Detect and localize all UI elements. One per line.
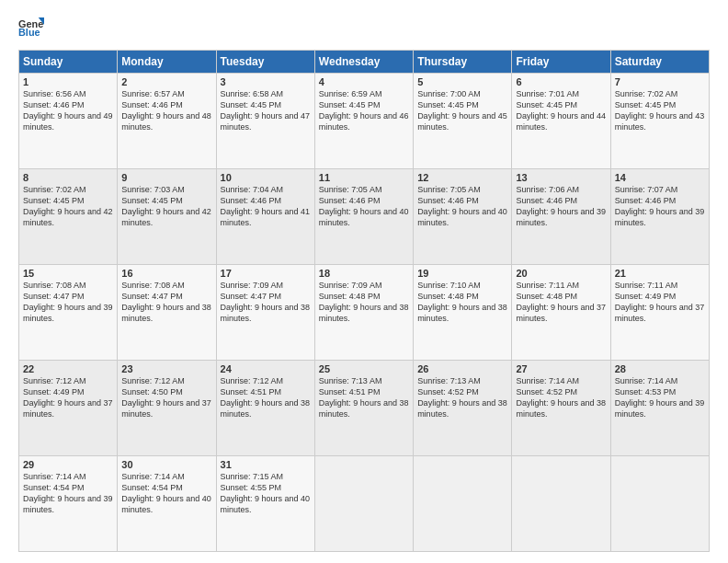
day-info: Sunrise: 7:13 AMSunset: 4:52 PMDaylight:… bbox=[417, 376, 507, 419]
calendar-day-cell: 24Sunrise: 7:12 AMSunset: 4:51 PMDayligh… bbox=[216, 361, 314, 456]
day-info: Sunrise: 7:14 AMSunset: 4:52 PMDaylight:… bbox=[516, 376, 606, 419]
day-number: 10 bbox=[221, 172, 311, 183]
day-info: Sunrise: 7:00 AMSunset: 4:45 PMDaylight:… bbox=[417, 89, 507, 132]
calendar-week-row: 8Sunrise: 7:02 AMSunset: 4:45 PMDaylight… bbox=[19, 169, 710, 265]
day-number: 2 bbox=[121, 76, 211, 87]
calendar-day-cell: 3Sunrise: 6:58 AMSunset: 4:45 PMDaylight… bbox=[216, 74, 314, 169]
day-info: Sunrise: 7:05 AMSunset: 4:46 PMDaylight:… bbox=[319, 185, 409, 227]
day-info: Sunrise: 6:58 AMSunset: 4:45 PMDaylight:… bbox=[221, 89, 311, 132]
day-info: Sunrise: 7:06 AMSunset: 4:46 PMDaylight:… bbox=[516, 185, 606, 227]
day-info: Sunrise: 7:15 AMSunset: 4:55 PMDaylight:… bbox=[221, 472, 311, 514]
calendar-header-tuesday: Tuesday bbox=[216, 51, 314, 74]
calendar-day-cell bbox=[314, 456, 413, 552]
day-info: Sunrise: 7:05 AMSunset: 4:46 PMDaylight:… bbox=[417, 185, 507, 227]
day-info: Sunrise: 7:14 AMSunset: 4:54 PMDaylight:… bbox=[121, 472, 211, 514]
calendar-header-saturday: Saturday bbox=[610, 51, 709, 74]
day-number: 18 bbox=[319, 268, 409, 279]
calendar-day-cell: 14Sunrise: 7:07 AMSunset: 4:46 PMDayligh… bbox=[610, 169, 709, 265]
day-number: 27 bbox=[516, 363, 606, 374]
calendar-day-cell: 20Sunrise: 7:11 AMSunset: 4:48 PMDayligh… bbox=[512, 265, 610, 361]
calendar-day-cell: 4Sunrise: 6:59 AMSunset: 4:45 PMDaylight… bbox=[314, 74, 413, 169]
day-number: 5 bbox=[417, 76, 507, 87]
day-info: Sunrise: 7:08 AMSunset: 4:47 PMDaylight:… bbox=[121, 281, 211, 323]
day-number: 3 bbox=[221, 76, 311, 87]
day-number: 30 bbox=[121, 459, 211, 470]
calendar-day-cell: 13Sunrise: 7:06 AMSunset: 4:46 PMDayligh… bbox=[512, 169, 610, 265]
page: General Blue SundayMondayTuesdayWednesda… bbox=[0, 0, 728, 563]
calendar-day-cell bbox=[414, 456, 512, 552]
calendar-day-cell: 15Sunrise: 7:08 AMSunset: 4:47 PMDayligh… bbox=[19, 265, 118, 361]
calendar-day-cell: 7Sunrise: 7:02 AMSunset: 4:45 PMDaylight… bbox=[610, 74, 709, 169]
day-info: Sunrise: 6:59 AMSunset: 4:45 PMDaylight:… bbox=[319, 89, 409, 132]
day-number: 22 bbox=[23, 363, 113, 374]
day-info: Sunrise: 7:14 AMSunset: 4:54 PMDaylight:… bbox=[23, 472, 113, 514]
svg-text:Blue: Blue bbox=[18, 27, 40, 38]
day-info: Sunrise: 7:02 AMSunset: 4:45 PMDaylight:… bbox=[615, 89, 705, 132]
day-info: Sunrise: 7:09 AMSunset: 4:48 PMDaylight:… bbox=[319, 281, 409, 323]
day-info: Sunrise: 7:03 AMSunset: 4:45 PMDaylight:… bbox=[121, 185, 211, 227]
calendar-day-cell: 25Sunrise: 7:13 AMSunset: 4:51 PMDayligh… bbox=[314, 361, 413, 456]
day-number: 17 bbox=[221, 268, 311, 279]
day-number: 11 bbox=[319, 172, 409, 183]
day-number: 23 bbox=[121, 363, 211, 374]
day-info: Sunrise: 7:12 AMSunset: 4:50 PMDaylight:… bbox=[121, 376, 211, 419]
calendar-header-monday: Monday bbox=[118, 51, 216, 74]
calendar-day-cell: 23Sunrise: 7:12 AMSunset: 4:50 PMDayligh… bbox=[118, 361, 216, 456]
day-number: 31 bbox=[221, 459, 311, 470]
calendar-header-row: SundayMondayTuesdayWednesdayThursdayFrid… bbox=[19, 51, 710, 74]
day-number: 15 bbox=[23, 268, 113, 279]
day-number: 13 bbox=[516, 172, 606, 183]
calendar-day-cell: 19Sunrise: 7:10 AMSunset: 4:48 PMDayligh… bbox=[414, 265, 512, 361]
day-number: 7 bbox=[615, 76, 705, 87]
day-number: 21 bbox=[615, 268, 705, 279]
day-info: Sunrise: 6:56 AMSunset: 4:46 PMDaylight:… bbox=[23, 89, 113, 132]
calendar-day-cell: 8Sunrise: 7:02 AMSunset: 4:45 PMDaylight… bbox=[19, 169, 118, 265]
day-number: 25 bbox=[319, 363, 409, 374]
calendar-day-cell: 10Sunrise: 7:04 AMSunset: 4:46 PMDayligh… bbox=[216, 169, 314, 265]
logo-icon: General Blue bbox=[18, 15, 44, 40]
day-number: 24 bbox=[221, 363, 311, 374]
day-info: Sunrise: 7:12 AMSunset: 4:51 PMDaylight:… bbox=[221, 376, 311, 419]
calendar-week-row: 29Sunrise: 7:14 AMSunset: 4:54 PMDayligh… bbox=[19, 456, 710, 552]
calendar-day-cell bbox=[512, 456, 610, 552]
day-info: Sunrise: 7:11 AMSunset: 4:49 PMDaylight:… bbox=[615, 281, 705, 323]
day-number: 29 bbox=[23, 459, 113, 470]
day-info: Sunrise: 7:02 AMSunset: 4:45 PMDaylight:… bbox=[23, 185, 113, 227]
calendar-header-friday: Friday bbox=[512, 51, 610, 74]
calendar-week-row: 15Sunrise: 7:08 AMSunset: 4:47 PMDayligh… bbox=[19, 265, 710, 361]
calendar-day-cell: 27Sunrise: 7:14 AMSunset: 4:52 PMDayligh… bbox=[512, 361, 610, 456]
day-info: Sunrise: 6:57 AMSunset: 4:46 PMDaylight:… bbox=[121, 89, 211, 132]
day-info: Sunrise: 7:07 AMSunset: 4:46 PMDaylight:… bbox=[615, 185, 705, 227]
calendar-header-wednesday: Wednesday bbox=[314, 51, 413, 74]
calendar-day-cell: 21Sunrise: 7:11 AMSunset: 4:49 PMDayligh… bbox=[610, 265, 709, 361]
day-number: 16 bbox=[121, 268, 211, 279]
calendar-day-cell: 16Sunrise: 7:08 AMSunset: 4:47 PMDayligh… bbox=[118, 265, 216, 361]
calendar-day-cell: 2Sunrise: 6:57 AMSunset: 4:46 PMDaylight… bbox=[118, 74, 216, 169]
calendar-header-sunday: Sunday bbox=[19, 51, 118, 74]
day-info: Sunrise: 7:11 AMSunset: 4:48 PMDaylight:… bbox=[516, 281, 606, 323]
day-info: Sunrise: 7:14 AMSunset: 4:53 PMDaylight:… bbox=[615, 376, 705, 419]
calendar-table: SundayMondayTuesdayWednesdayThursdayFrid… bbox=[18, 50, 710, 552]
day-number: 20 bbox=[516, 268, 606, 279]
day-info: Sunrise: 7:12 AMSunset: 4:49 PMDaylight:… bbox=[23, 376, 113, 419]
calendar-day-cell: 22Sunrise: 7:12 AMSunset: 4:49 PMDayligh… bbox=[19, 361, 118, 456]
calendar-day-cell: 9Sunrise: 7:03 AMSunset: 4:45 PMDaylight… bbox=[118, 169, 216, 265]
day-info: Sunrise: 7:13 AMSunset: 4:51 PMDaylight:… bbox=[319, 376, 409, 419]
day-info: Sunrise: 7:09 AMSunset: 4:47 PMDaylight:… bbox=[221, 281, 311, 323]
calendar-day-cell: 12Sunrise: 7:05 AMSunset: 4:46 PMDayligh… bbox=[414, 169, 512, 265]
day-info: Sunrise: 7:04 AMSunset: 4:46 PMDaylight:… bbox=[221, 185, 311, 227]
day-number: 26 bbox=[417, 363, 507, 374]
day-number: 4 bbox=[319, 76, 409, 87]
calendar-day-cell: 17Sunrise: 7:09 AMSunset: 4:47 PMDayligh… bbox=[216, 265, 314, 361]
calendar-day-cell: 31Sunrise: 7:15 AMSunset: 4:55 PMDayligh… bbox=[216, 456, 314, 552]
calendar-header-thursday: Thursday bbox=[414, 51, 512, 74]
day-number: 12 bbox=[417, 172, 507, 183]
calendar-week-row: 22Sunrise: 7:12 AMSunset: 4:49 PMDayligh… bbox=[19, 361, 710, 456]
calendar-day-cell: 1Sunrise: 6:56 AMSunset: 4:46 PMDaylight… bbox=[19, 74, 118, 169]
day-info: Sunrise: 7:08 AMSunset: 4:47 PMDaylight:… bbox=[23, 281, 113, 323]
calendar-day-cell: 11Sunrise: 7:05 AMSunset: 4:46 PMDayligh… bbox=[314, 169, 413, 265]
day-number: 1 bbox=[23, 76, 113, 87]
day-number: 28 bbox=[615, 363, 705, 374]
day-number: 19 bbox=[417, 268, 507, 279]
day-number: 8 bbox=[23, 172, 113, 183]
